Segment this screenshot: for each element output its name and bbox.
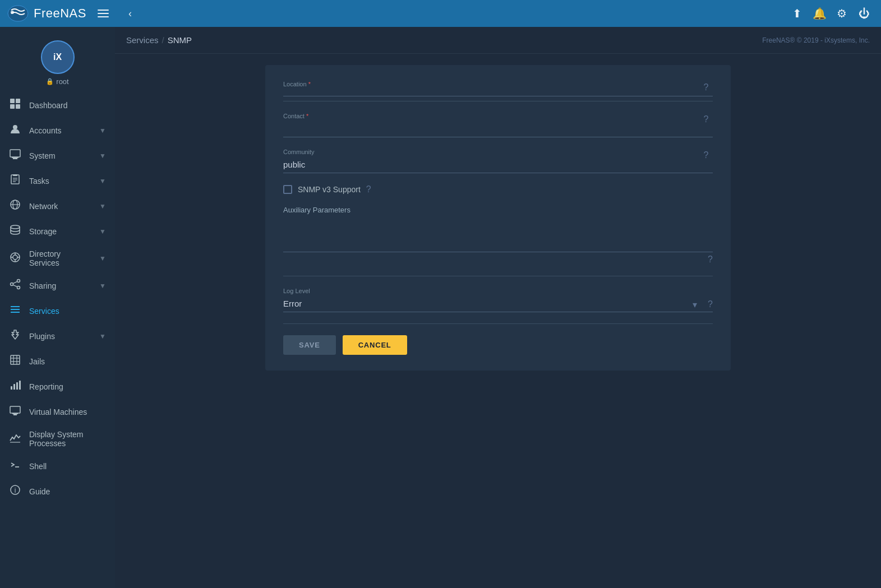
bell-icon: 🔔 — [813, 7, 827, 20]
form-panel: ? Location * ? Contact * — [265, 65, 731, 371]
community-field: ? Community — [283, 149, 713, 173]
svg-rect-4 — [10, 104, 15, 109]
svg-rect-9 — [12, 157, 19, 158]
sidebar-item-sharing[interactable]: Sharing ▼ — [0, 273, 115, 298]
sidebar-label-jails: Jails — [29, 357, 106, 366]
location-input[interactable] — [283, 81, 713, 96]
sidebar-label-reporting: Reporting — [29, 382, 106, 391]
snmp-v3-label: SNMP v3 Support — [298, 185, 361, 194]
sidebar-item-reporting[interactable]: Reporting — [0, 374, 115, 399]
sidebar-item-services[interactable]: Services — [0, 298, 115, 323]
sidebar: iX 🔒 root Dashboard Accounts ▼ — [0, 27, 115, 588]
sidebar-item-virtual-machines[interactable]: Virtual Machines — [0, 399, 115, 424]
svg-rect-44 — [12, 413, 18, 414]
svg-line-28 — [13, 281, 17, 283]
svg-rect-10 — [11, 175, 19, 184]
sidebar-label-sharing: Sharing — [29, 281, 91, 290]
virtual-machines-icon — [9, 405, 21, 419]
sidebar-item-dashboard[interactable]: Dashboard — [0, 92, 115, 118]
plugins-icon — [9, 329, 21, 343]
sidebar-item-display-system-processes[interactable]: Display System Processes — [0, 424, 115, 453]
display-system-processes-icon — [9, 432, 21, 446]
directory-services-arrow-icon: ▼ — [99, 254, 106, 262]
sidebar-label-tasks: Tasks — [29, 177, 91, 186]
log-level-help-icon[interactable]: ? — [708, 299, 713, 309]
sidebar-label-dashboard: Dashboard — [29, 101, 106, 110]
tasks-icon — [9, 174, 21, 188]
power-button[interactable]: ⏻ — [854, 3, 874, 24]
tasks-arrow-icon: ▼ — [99, 177, 106, 185]
svg-point-19 — [13, 255, 17, 260]
community-help-icon[interactable]: ? — [699, 149, 713, 162]
sidebar-item-system[interactable]: System ▼ — [0, 143, 115, 168]
snmp-v3-help-icon[interactable]: ? — [366, 184, 371, 195]
svg-rect-7 — [10, 150, 20, 157]
network-icon — [9, 199, 21, 213]
breadcrumb-current: SNMP — [168, 35, 192, 45]
sidebar-item-directory-services[interactable]: Directory Services ▼ — [0, 244, 115, 273]
breadcrumb-separator: / — [162, 35, 164, 45]
upload-button[interactable]: ⬆ — [787, 3, 807, 24]
svg-rect-8 — [13, 158, 17, 159]
form-divider — [283, 276, 713, 276]
hamburger-menu-button[interactable] — [93, 3, 113, 24]
community-input[interactable] — [283, 158, 713, 173]
svg-point-26 — [17, 280, 20, 283]
svg-point-25 — [11, 283, 13, 286]
sidebar-item-plugins[interactable]: Plugins ▼ — [0, 323, 115, 349]
settings-button[interactable]: ⚙ — [832, 3, 852, 24]
hamburger-icon — [98, 10, 109, 17]
sidebar-label-directory-services: Directory Services — [29, 249, 91, 267]
plugins-arrow-icon: ▼ — [99, 332, 106, 340]
sidebar-item-jails[interactable]: Jails — [0, 349, 115, 374]
back-button[interactable]: ‹ — [120, 3, 140, 24]
sharing-icon — [9, 279, 21, 293]
avatar: iX — [41, 40, 75, 74]
network-arrow-icon: ▼ — [99, 202, 106, 210]
svg-rect-43 — [13, 414, 17, 415]
storage-icon — [9, 224, 21, 238]
contact-help-icon[interactable]: ? — [699, 113, 713, 126]
snmp-v3-checkbox[interactable] — [283, 185, 292, 194]
community-label: Community — [283, 149, 713, 155]
location-help-icon[interactable]: ? — [699, 81, 713, 94]
svg-line-29 — [13, 285, 17, 286]
save-button[interactable]: SAVE — [283, 335, 336, 355]
avatar-text: iX — [53, 52, 62, 62]
breadcrumb-parent[interactable]: Services — [126, 35, 159, 45]
dashboard-icon — [9, 98, 21, 112]
app-name: FreeNAS — [34, 6, 86, 21]
form-container: ? Location * ? Contact * — [115, 54, 881, 588]
sidebar-item-storage[interactable]: Storage ▼ — [0, 219, 115, 244]
auxiliary-parameters-help-icon[interactable]: ? — [708, 254, 713, 265]
system-icon — [9, 149, 21, 163]
contact-input[interactable] — [283, 122, 713, 137]
sidebar-label-network: Network — [29, 202, 91, 211]
sidebar-label-storage: Storage — [29, 227, 91, 236]
sidebar-item-network[interactable]: Network ▼ — [0, 193, 115, 219]
contact-label: Contact — [283, 113, 305, 119]
topbar-left: FreeNAS ‹ — [7, 3, 140, 24]
sidebar-label-guide: Guide — [29, 487, 106, 496]
contact-field: ? Contact * — [283, 113, 713, 137]
svg-rect-41 — [19, 381, 21, 390]
sidebar-item-accounts[interactable]: Accounts ▼ — [0, 118, 115, 143]
contact-required-star: * — [306, 113, 308, 119]
contact-label-wrapper: Contact * — [283, 113, 713, 119]
auxiliary-parameters-label: Auxiliary Parameters — [283, 206, 713, 214]
log-level-label: Log Level — [283, 288, 713, 294]
log-level-select[interactable]: Emergency Alert Critical Error Warning N… — [283, 297, 713, 312]
svg-point-6 — [13, 125, 17, 129]
notifications-button[interactable]: 🔔 — [809, 3, 829, 24]
sidebar-label-display-system-processes: Display System Processes — [29, 430, 106, 448]
svg-text:i: i — [15, 487, 16, 494]
auxiliary-parameters-input[interactable] — [283, 219, 713, 252]
cancel-button[interactable]: CANCEL — [343, 335, 407, 355]
svg-rect-2 — [10, 99, 15, 103]
sidebar-item-guide[interactable]: i Guide — [0, 479, 115, 504]
form-actions-divider — [283, 323, 713, 324]
reporting-icon — [9, 379, 21, 393]
sidebar-item-tasks[interactable]: Tasks ▼ — [0, 168, 115, 193]
sidebar-item-shell[interactable]: Shell — [0, 453, 115, 479]
sidebar-label-plugins: Plugins — [29, 332, 91, 341]
